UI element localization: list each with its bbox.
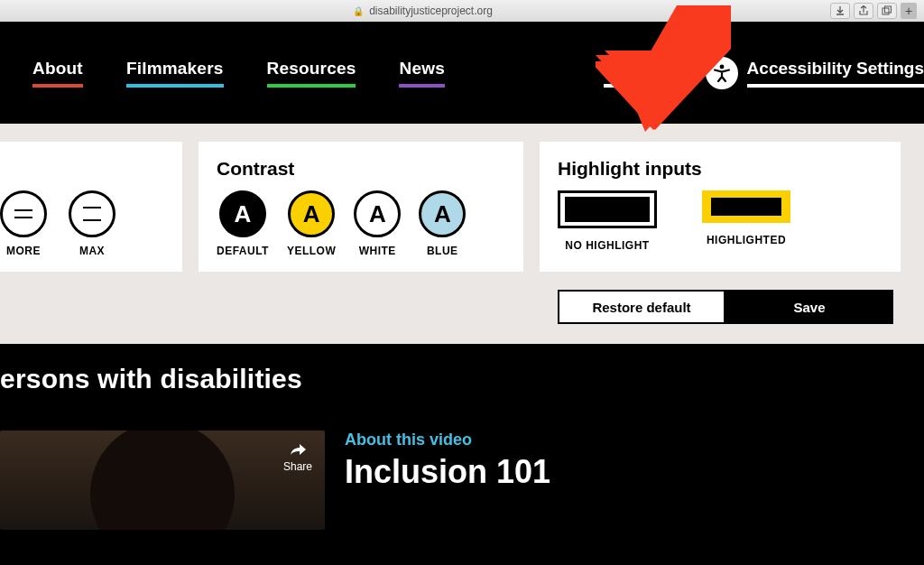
svg-rect-1: [885, 6, 892, 13]
nav-about[interactable]: About: [32, 59, 83, 88]
spacing-icon-more: [0, 190, 47, 237]
lock-icon: 🔒: [353, 6, 364, 16]
download-button[interactable]: [830, 3, 850, 19]
contrast-label: YELLOW: [287, 245, 336, 257]
nav-resources-label: Resources: [267, 59, 356, 84]
contrast-option-white[interactable]: A WHITE: [354, 190, 401, 257]
nav-underline: [399, 84, 444, 88]
nav-filmmakers-label: Filmmakers: [126, 59, 224, 84]
nav-underline: [32, 84, 83, 88]
video-thumbnail[interactable]: Share: [0, 431, 325, 530]
accessibility-icon: [706, 57, 738, 89]
highlight-swatch-highlighted: [702, 190, 790, 223]
spacing-icon-max: [69, 190, 116, 237]
save-button[interactable]: Save: [725, 290, 893, 324]
contrast-option-yellow[interactable]: A YELLOW: [287, 190, 336, 257]
tabs-button[interactable]: [877, 3, 897, 19]
nav-about-label: About: [32, 59, 83, 84]
nav-news-label: News: [399, 59, 444, 84]
highlight-option-none[interactable]: NO HIGHLIGHT: [558, 190, 657, 252]
nav-underline: [747, 84, 924, 88]
spacing-label: MAX: [79, 245, 105, 257]
share-icon: [289, 443, 307, 458]
svg-point-2: [719, 64, 724, 69]
about-this-video-label: About this video: [345, 431, 550, 449]
video-meta: About this video Inclusion 101: [345, 431, 550, 491]
lower-section: ersons with disabilities Share About thi…: [0, 344, 924, 565]
svg-rect-0: [882, 8, 889, 14]
accessibility-label: Accessibility Settings: [747, 59, 924, 84]
download-icon: [835, 5, 845, 16]
contrast-option-default[interactable]: A DEFAULT: [217, 190, 269, 257]
accessibility-panel: MORE MAX Contrast A DEFAULT A YELLOW A W…: [0, 124, 924, 290]
video-title: Inclusion 101: [345, 453, 550, 491]
spacing-label: MORE: [6, 245, 41, 257]
contrast-label: WHITE: [359, 245, 396, 257]
nav-underline: [267, 84, 356, 88]
share-button[interactable]: [854, 3, 873, 19]
new-tab-button[interactable]: +: [901, 3, 917, 19]
contrast-heading: Contrast: [217, 158, 505, 180]
highlight-label: NO HIGHLIGHT: [565, 239, 649, 252]
spacing-card: MORE MAX: [0, 142, 182, 272]
spacing-option-max[interactable]: MAX: [69, 190, 116, 257]
url-text: disabilityjusticeproject.org: [369, 5, 493, 17]
highlight-option-highlighted[interactable]: HIGHLIGHTED: [702, 190, 790, 252]
main-nav: About Filmmakers Resources News Search A…: [0, 22, 924, 124]
highlight-inputs-card: Highlight inputs NO HIGHLIGHT HIGHLIGHTE…: [540, 142, 901, 272]
contrast-swatch-blue: A: [419, 190, 466, 237]
share-overlay[interactable]: Share: [283, 443, 312, 473]
nav-search[interactable]: Search: [604, 59, 662, 88]
contrast-label: BLUE: [427, 245, 458, 257]
browser-chrome: 🔒 disabilityjusticeproject.org ⟳ +: [0, 0, 924, 22]
nav-underline: [604, 84, 662, 88]
contrast-swatch-default: A: [219, 190, 266, 237]
tabs-icon: [882, 5, 892, 16]
nav-underline: [126, 84, 224, 88]
highlight-swatch-none: [558, 190, 657, 228]
accessibility-settings-button[interactable]: Accessibility Settings: [706, 57, 924, 89]
highlight-heading: Highlight inputs: [558, 158, 882, 180]
contrast-swatch-yellow: A: [288, 190, 335, 237]
video-silhouette: [90, 431, 235, 530]
nav-resources[interactable]: Resources: [267, 59, 356, 88]
share-icon: [858, 5, 869, 16]
reload-icon[interactable]: ⟳: [712, 5, 722, 18]
share-label: Share: [283, 460, 312, 473]
address-bar[interactable]: 🔒 disabilityjusticeproject.org: [353, 5, 493, 17]
contrast-card: Contrast A DEFAULT A YELLOW A WHITE A BL…: [199, 142, 523, 272]
nav-filmmakers[interactable]: Filmmakers: [126, 59, 224, 88]
section-heading: ersons with disabilities: [0, 364, 924, 394]
contrast-label: DEFAULT: [217, 245, 269, 257]
highlight-label: HIGHLIGHTED: [707, 234, 786, 246]
nav-news[interactable]: News: [399, 59, 444, 88]
contrast-swatch-white: A: [354, 190, 401, 237]
contrast-option-blue[interactable]: A BLUE: [419, 190, 466, 257]
spacing-option-more[interactable]: MORE: [0, 190, 47, 257]
nav-search-label: Search: [604, 59, 662, 84]
browser-right-buttons: +: [830, 3, 917, 19]
restore-default-button[interactable]: Restore default: [558, 290, 725, 324]
